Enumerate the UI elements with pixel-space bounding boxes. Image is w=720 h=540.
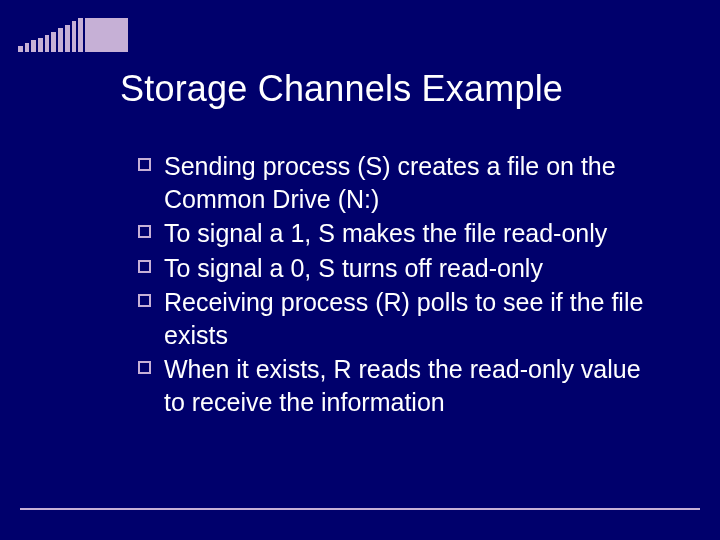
decoration-block: [85, 18, 128, 52]
slide-content: Storage Channels Example Sending process…: [120, 68, 660, 420]
list-item: When it exists, R reads the read-only va…: [138, 353, 660, 418]
slide-decoration: [18, 18, 128, 52]
slide-title: Storage Channels Example: [120, 68, 660, 110]
list-item: Receiving process (R) polls to see if th…: [138, 286, 660, 351]
list-item: To signal a 0, S turns off read-only: [138, 252, 660, 285]
list-item: Sending process (S) creates a file on th…: [138, 150, 660, 215]
list-item: To signal a 1, S makes the file read-onl…: [138, 217, 660, 250]
decoration-bars: [18, 18, 83, 52]
footer-divider: [20, 508, 700, 510]
bullet-list: Sending process (S) creates a file on th…: [120, 150, 660, 418]
